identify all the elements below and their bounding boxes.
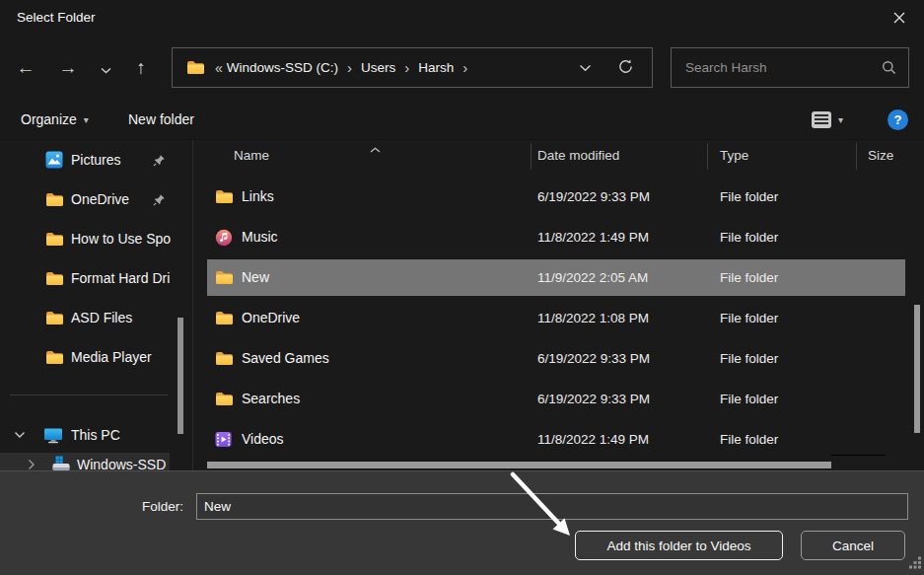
- file-type: File folder: [720, 381, 778, 417]
- file-name: Music: [242, 219, 278, 255]
- organize-label: Organize: [21, 111, 77, 127]
- up-button[interactable]: ↑: [128, 37, 154, 99]
- computer-icon: [43, 427, 63, 444]
- chevron-down-icon[interactable]: [14, 431, 26, 439]
- breadcrumb-item-harsh[interactable]: Harsh: [418, 60, 454, 75]
- file-type: File folder: [720, 259, 778, 296]
- folder-icon: [186, 60, 205, 75]
- breadcrumb-item-users[interactable]: Users: [361, 60, 395, 75]
- column-header-size[interactable]: Size: [868, 140, 893, 172]
- view-button[interactable]: ▾: [812, 99, 843, 140]
- file-name: OneDrive: [242, 300, 300, 336]
- folder-icon: [215, 179, 234, 215]
- breadcrumb-overflow-icon[interactable]: «: [215, 60, 223, 76]
- sidebar-item-label: ASD Files: [71, 310, 132, 325]
- folder-icon: [45, 350, 65, 365]
- toolbar: Organize ▾ New folder ▾: [0, 99, 924, 140]
- chevron-right-icon[interactable]: [28, 459, 36, 470]
- file-row-searches[interactable]: Searches 6/19/2022 9:33 PM File folder: [207, 381, 905, 417]
- column-header-date[interactable]: Date modified: [537, 140, 619, 172]
- folder-icon: [45, 311, 65, 325]
- close-button[interactable]: [881, 4, 918, 34]
- column-header-name[interactable]: Name: [234, 140, 269, 172]
- refresh-icon: [617, 58, 634, 78]
- titlebar: Select Folder: [0, 0, 924, 37]
- help-icon: ?: [894, 112, 902, 127]
- sidebar-item-asd-files[interactable]: ASD Files: [0, 298, 178, 337]
- sidebar-item-pictures[interactable]: Pictures: [0, 140, 178, 180]
- pictures-icon: [45, 151, 65, 169]
- folder-icon: [215, 340, 234, 377]
- column-header-type[interactable]: Type: [720, 140, 748, 172]
- file-row-music[interactable]: Music 11/8/2022 1:49 PM File folder: [207, 219, 905, 255]
- file-name: Saved Games: [242, 340, 329, 377]
- file-row-links[interactable]: Links 6/19/2022 9:33 PM File folder: [207, 179, 905, 215]
- footer-panel: Folder: Add this folder to Videos Cancel: [0, 470, 924, 575]
- pane-splitter[interactable]: [192, 140, 193, 470]
- arrow-up-icon: ↑: [136, 57, 146, 79]
- file-date: 11/8/2022 1:08 PM: [537, 300, 649, 336]
- new-folder-button[interactable]: New folder: [128, 99, 194, 140]
- file-row-new-selected[interactable]: New 11/9/2022 2:05 AM File folder: [207, 259, 905, 296]
- search-box: [671, 47, 909, 88]
- sidebar-item-media-player[interactable]: Media Player: [0, 337, 178, 377]
- videos-icon: [215, 421, 232, 458]
- chevron-right-icon: ›: [347, 59, 352, 76]
- file-type: File folder: [720, 219, 778, 255]
- add-folder-button[interactable]: Add this folder to Videos: [575, 531, 783, 560]
- chevron-down-icon[interactable]: ▾: [838, 114, 843, 125]
- chevron-right-icon: ›: [404, 59, 409, 76]
- file-type: File folder: [720, 300, 778, 336]
- folder-icon: [45, 192, 65, 207]
- folder-name-input[interactable]: [196, 493, 908, 520]
- organize-button[interactable]: Organize ▾: [21, 99, 89, 140]
- search-input[interactable]: [683, 59, 882, 76]
- sort-ascending-icon: [370, 141, 381, 156]
- forward-button[interactable]: →: [54, 37, 82, 99]
- breadcrumb[interactable]: « Windows-SSD (C:) › Users › Harsh ›: [172, 47, 653, 88]
- pin-icon: [153, 193, 166, 206]
- breadcrumb-item-drive[interactable]: Windows-SSD (C:): [227, 60, 338, 75]
- resize-grip-icon[interactable]: [908, 556, 922, 573]
- folder-icon: [215, 259, 234, 296]
- file-date: 11/8/2022 1:49 PM: [537, 421, 649, 458]
- sidebar-item-onedrive[interactable]: OneDrive: [0, 180, 178, 219]
- folder-icon: [45, 271, 65, 286]
- history-dropdown[interactable]: [95, 37, 116, 99]
- sidebar-item-label: This PC: [71, 427, 120, 443]
- cancel-button[interactable]: Cancel: [801, 531, 905, 560]
- file-type: File folder: [720, 179, 778, 215]
- sidebar-item-label: Media Player: [71, 349, 152, 365]
- horizontal-scrollbar[interactable]: [207, 462, 831, 468]
- close-icon: [893, 12, 905, 27]
- file-row-onedrive[interactable]: OneDrive 11/8/2022 1:08 PM File folder: [207, 300, 905, 336]
- file-name: New: [242, 259, 269, 296]
- file-row-saved-games[interactable]: Saved Games 6/19/2022 9:33 PM File folde…: [207, 340, 905, 377]
- column-divider[interactable]: [531, 143, 532, 170]
- search-icon: [882, 60, 896, 75]
- folder-icon: [215, 381, 234, 417]
- sidebar-item-format-hard[interactable]: Format Hard Dri: [0, 258, 178, 298]
- file-date: 6/19/2022 9:33 PM: [537, 340, 650, 377]
- music-icon: [215, 219, 233, 255]
- file-date: 11/8/2022 1:49 PM: [537, 219, 649, 255]
- column-divider[interactable]: [856, 143, 857, 170]
- folder-icon: [45, 232, 65, 247]
- file-row-videos[interactable]: Videos 11/8/2022 1:49 PM File folder: [207, 421, 905, 458]
- dialog-title: Select Folder: [17, 10, 96, 25]
- cancel-button-label: Cancel: [832, 539, 874, 553]
- sidebar-item-label: Pictures: [71, 152, 121, 168]
- refresh-button[interactable]: [617, 58, 634, 78]
- sidebar-scrollbar[interactable]: [178, 318, 183, 434]
- chevron-down-icon: [101, 57, 111, 79]
- list-view-icon: [812, 111, 831, 128]
- file-name: Links: [242, 179, 274, 215]
- sidebar-item-how-to-use[interactable]: How to Use Spo: [0, 219, 178, 258]
- navigation-bar: ← → ↑ « Windows-SSD (C:) › Users › Harsh…: [0, 37, 924, 99]
- back-button[interactable]: ←: [12, 37, 39, 99]
- column-divider[interactable]: [707, 143, 708, 170]
- sidebar-item-this-pc[interactable]: This PC: [0, 416, 178, 454]
- vertical-scrollbar[interactable]: [914, 305, 920, 433]
- help-button[interactable]: ?: [888, 109, 908, 130]
- address-dropdown[interactable]: [579, 64, 592, 72]
